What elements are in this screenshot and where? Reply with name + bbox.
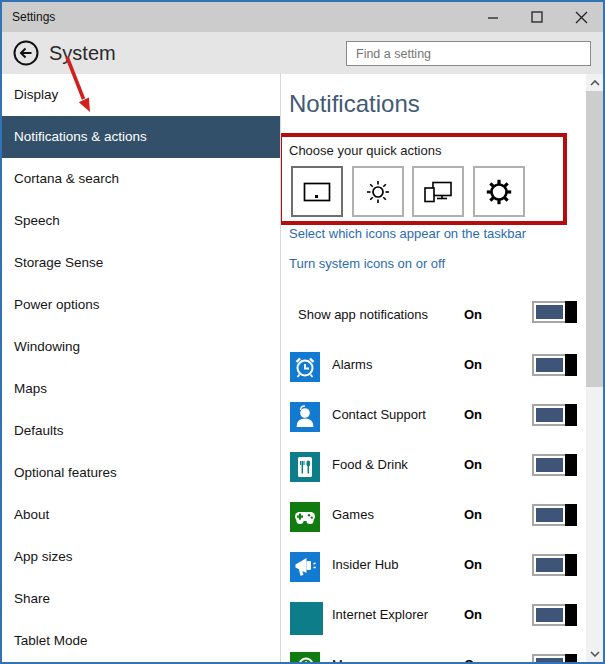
megaphone-icon	[290, 552, 320, 582]
toggle-state-text: On	[464, 657, 482, 662]
toggle-state-text: On	[464, 307, 482, 322]
sidebar-item-windowing[interactable]: Windowing	[2, 326, 280, 368]
toggle-state-text: On	[464, 357, 482, 372]
setting-row-show-app-notifications: Show app notifications On	[281, 299, 603, 349]
toggle-knob[interactable]	[565, 404, 577, 426]
toggle-food-drink[interactable]	[532, 454, 577, 476]
sidebar-item-display[interactable]: Display	[2, 74, 280, 116]
toggle-show-app-notifications[interactable]	[532, 301, 577, 323]
toggle-fill	[536, 358, 563, 372]
app-label: Insider Hub	[332, 557, 398, 572]
quick-actions-label: Choose your quick actions	[289, 143, 441, 158]
scroll-up-button[interactable]	[586, 74, 603, 91]
toggle-fill	[536, 305, 563, 319]
toggle-fill	[536, 558, 563, 572]
toggle-knob[interactable]	[565, 504, 577, 526]
app-row-games: Games On	[281, 502, 603, 552]
sidebar-item-storage-sense[interactable]: Storage Sense	[2, 242, 280, 284]
toggle-fill	[536, 408, 563, 422]
back-button[interactable]	[13, 40, 39, 66]
settings-gear-icon	[485, 178, 513, 206]
toggle-knob[interactable]	[565, 354, 577, 376]
back-arrow-icon	[13, 40, 39, 66]
connect-icon	[423, 181, 453, 203]
toggle-state-text: On	[464, 457, 482, 472]
quick-action-tiles	[291, 166, 525, 217]
person-icon	[290, 402, 320, 432]
toggle-insider-hub[interactable]	[532, 554, 577, 576]
sidebar-item-tablet-mode[interactable]: Tablet Mode	[2, 620, 280, 662]
sidebar-item-cortana-search[interactable]: Cortana & search	[2, 158, 280, 200]
sidebar-item-app-sizes[interactable]: App sizes	[2, 536, 280, 578]
minimize-button[interactable]	[471, 2, 515, 32]
quick-action-settings[interactable]	[473, 166, 525, 217]
section-heading: Notifications	[289, 90, 420, 118]
link-turn-system-icons[interactable]: Turn system icons on or off	[289, 256, 445, 271]
app-row-contact-support: Contact Support On	[281, 402, 603, 452]
maximize-button[interactable]	[515, 2, 559, 32]
toggle-knob[interactable]	[565, 654, 577, 662]
toggle-fill	[536, 608, 563, 622]
toggle-knob[interactable]	[565, 454, 577, 476]
vertical-scrollbar[interactable]	[586, 74, 603, 662]
sidebar-item-about[interactable]: About	[2, 494, 280, 536]
app-row-internet-explorer: Internet Explorer On	[281, 602, 603, 652]
scrollbar-thumb[interactable]	[586, 91, 603, 387]
blank-tile-icon	[290, 602, 323, 635]
scroll-down-button[interactable]	[586, 645, 603, 662]
utensils-icon	[290, 452, 320, 482]
toggle-money[interactable]	[532, 654, 577, 662]
page-title: System	[49, 42, 116, 65]
window-title: Settings	[12, 10, 55, 24]
maximize-icon	[531, 11, 543, 23]
body: Display Notifications & actions Cortana …	[2, 74, 603, 662]
app-row-insider-hub: Insider Hub On	[281, 552, 603, 602]
quick-action-connect[interactable]	[412, 166, 464, 217]
toggle-state-text: On	[464, 507, 482, 522]
app-label: Internet Explorer	[332, 607, 428, 622]
sidebar-item-notifications-actions[interactable]: Notifications & actions	[2, 116, 280, 158]
tablet-icon	[303, 182, 331, 202]
app-label: Money	[332, 657, 371, 662]
sidebar: Display Notifications & actions Cortana …	[2, 74, 281, 662]
close-button[interactable]	[559, 2, 603, 32]
toggle-fill	[536, 508, 563, 522]
quick-action-tablet[interactable]	[291, 166, 343, 217]
toggle-state-text: On	[464, 407, 482, 422]
chevron-up-icon	[590, 80, 600, 86]
toggle-fill	[536, 658, 563, 662]
toggle-state-text: On	[464, 607, 482, 622]
title-bar: Settings	[2, 2, 603, 32]
search-input[interactable]	[346, 41, 591, 66]
sidebar-item-power-options[interactable]: Power options	[2, 284, 280, 326]
sidebar-item-maps[interactable]: Maps	[2, 368, 280, 410]
sidebar-item-optional-features[interactable]: Optional features	[2, 452, 280, 494]
toggle-internet-explorer[interactable]	[532, 604, 577, 626]
toggle-alarms[interactable]	[532, 354, 577, 376]
link-select-taskbar-icons[interactable]: Select which icons appear on the taskbar	[289, 226, 526, 241]
money-icon	[290, 652, 320, 662]
sidebar-item-defaults[interactable]: Defaults	[2, 410, 280, 452]
chevron-down-icon	[590, 651, 600, 657]
minimize-icon	[487, 11, 499, 23]
toggle-games[interactable]	[532, 504, 577, 526]
sidebar-item-speech[interactable]: Speech	[2, 200, 280, 242]
alarm-clock-icon	[290, 352, 320, 382]
brightness-icon	[364, 178, 392, 206]
app-label: Games	[332, 507, 374, 522]
app-row-alarms: Alarms On	[281, 352, 603, 402]
toggle-knob[interactable]	[565, 554, 577, 576]
quick-action-brightness[interactable]	[352, 166, 404, 217]
app-header: System	[2, 32, 603, 74]
toggle-fill	[536, 458, 563, 472]
toggle-knob[interactable]	[565, 604, 577, 626]
close-icon	[575, 11, 588, 24]
app-row-food-drink: Food & Drink On	[281, 452, 603, 502]
toggle-knob[interactable]	[565, 301, 577, 323]
sidebar-item-share[interactable]: Share	[2, 578, 280, 620]
app-label: Alarms	[332, 357, 372, 372]
content-panel: Notifications Choose your quick actions	[281, 74, 603, 662]
settings-window: Settings System Display Not	[0, 0, 605, 664]
window-controls	[471, 2, 603, 32]
toggle-contact-support[interactable]	[532, 404, 577, 426]
